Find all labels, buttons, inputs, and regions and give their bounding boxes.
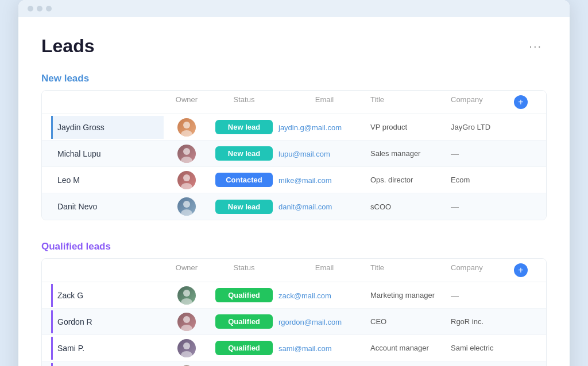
dot-2 (37, 6, 42, 11)
avatar (177, 145, 196, 163)
lead-name: Sami P. (51, 337, 164, 360)
qualified-leads-header: Qualified leads (41, 241, 547, 252)
lead-name: Zack G (51, 284, 164, 307)
qualified-leads-title: Qualified leads (41, 241, 111, 252)
new-leads-title: New leads (41, 73, 89, 84)
lead-name: Jaydin Gross (51, 116, 164, 139)
email-link[interactable]: sami@mail.com (278, 344, 332, 353)
col-email-nl: Email (278, 95, 370, 109)
svg-point-9 (181, 298, 192, 305)
job-title: sCOO (370, 203, 451, 211)
page-title: Leads (41, 36, 94, 57)
status-badge: New lead (215, 146, 273, 161)
avatar (177, 171, 196, 189)
col-owner-nl: Owner (164, 95, 210, 109)
email-link[interactable]: rgordon@mail.com (278, 318, 342, 326)
more-button[interactable]: ··· (524, 37, 547, 55)
job-title: Sales manager (370, 149, 451, 158)
lead-name: Gordon R (51, 310, 164, 333)
avatar (177, 118, 196, 137)
status-badge: New lead (215, 200, 273, 214)
col-status-q: Status (210, 263, 278, 277)
table-row: Sami P. Qualified sami@mail.com Account … (42, 335, 546, 361)
email-link[interactable]: danit@mail.com (278, 203, 332, 211)
job-title: VP product (370, 123, 451, 131)
table-row: Leo M Contacted mike@mail.com Ops. direc… (42, 167, 546, 193)
status-badge: Qualified (215, 314, 273, 329)
new-leads-header: New leads (41, 73, 547, 84)
col-add-q: + (514, 263, 537, 277)
avatar (177, 339, 196, 357)
col-company-q: Company (451, 263, 514, 277)
titlebar (18, 0, 570, 17)
status-badge: Qualified (215, 341, 273, 355)
svg-point-8 (183, 290, 190, 297)
table-row: Michal Lupu New lead lupu@mail.com Sales… (42, 141, 546, 167)
col-name (51, 95, 164, 109)
company-name: Ecom (451, 176, 514, 184)
lead-name: Danit Nevo (51, 195, 164, 218)
job-title: CEO (370, 317, 451, 326)
email-link[interactable]: lupu@mail.com (278, 150, 330, 158)
svg-point-13 (181, 351, 192, 357)
new-leads-section: New leads Owner Status Email Title Compa… (41, 73, 547, 220)
svg-point-2 (183, 148, 190, 155)
main-content: Leads ··· New leads Owner Status Email T… (18, 17, 570, 366)
lead-name: Leo M (51, 169, 164, 192)
svg-point-3 (181, 157, 192, 163)
table-row: Danit Nevo New lead danit@mail.com sCOO … (42, 193, 546, 220)
lead-name: Josh Rain (51, 363, 164, 366)
qualified-leads-section: Qualified leads Owner Status Email Title… (41, 241, 547, 366)
qualified-leads-table-header: Owner Status Email Title Company + (42, 259, 546, 282)
svg-point-11 (181, 325, 192, 331)
svg-point-7 (181, 209, 192, 216)
job-title: Marketing manager (370, 291, 451, 299)
avatar (177, 197, 196, 216)
page-header: Leads ··· (41, 36, 547, 57)
svg-point-4 (183, 174, 190, 181)
col-email-q: Email (278, 263, 370, 277)
table-row: Gordon R Qualified rgordon@mail.com CEO … (42, 309, 546, 335)
svg-point-1 (181, 130, 192, 137)
col-name-q (51, 263, 164, 277)
svg-point-6 (183, 201, 190, 208)
company-name: — (451, 149, 514, 158)
company-name: RgoR inc. (451, 317, 514, 326)
col-title-q: Title (370, 263, 451, 277)
dot-1 (28, 6, 33, 11)
email-link[interactable]: jaydin.g@mail.com (278, 123, 342, 132)
dot-3 (46, 6, 52, 11)
new-leads-table-header: Owner Status Email Title Company + (42, 91, 546, 114)
email-link[interactable]: mike@mail.com (278, 176, 332, 185)
avatar (177, 313, 196, 331)
col-status-nl: Status (210, 95, 278, 109)
col-title-nl: Title (370, 95, 451, 109)
status-badge: New lead (215, 120, 273, 134)
avatar (177, 286, 196, 305)
company-name: — (451, 291, 514, 300)
lead-name: Michal Lupu (51, 142, 164, 165)
table-row: Jaydin Gross New lead jaydin.g@mail.com … (42, 114, 546, 141)
svg-point-5 (181, 183, 192, 189)
col-company-nl: Company (451, 95, 514, 109)
col-owner-q: Owner (164, 263, 210, 277)
job-title: Ops. director (370, 176, 451, 184)
svg-point-10 (183, 316, 190, 323)
job-title: Account manager (370, 344, 451, 352)
svg-point-0 (183, 122, 190, 129)
status-badge: Qualified (215, 288, 273, 302)
company-name: Sami electric (451, 344, 514, 352)
table-row: Josh Rain Qualified joshrain@mail.com He… (42, 361, 546, 366)
col-add-nl: + (514, 95, 537, 109)
table-row: Zack G Qualified zack@mail.com Marketing… (42, 282, 546, 309)
app-window: Leads ··· New leads Owner Status Email T… (18, 0, 570, 366)
add-new-lead-button[interactable]: + (514, 95, 528, 109)
svg-point-12 (183, 342, 190, 349)
company-name: JayGro LTD (451, 123, 514, 131)
company-name: — (451, 202, 514, 211)
email-link[interactable]: zack@mail.com (278, 291, 331, 300)
qualified-leads-table: Owner Status Email Title Company + Zack … (41, 258, 547, 366)
new-leads-table: Owner Status Email Title Company + Jaydi… (41, 90, 547, 220)
status-badge: Contacted (215, 173, 273, 187)
add-qualified-lead-button[interactable]: + (514, 263, 528, 277)
